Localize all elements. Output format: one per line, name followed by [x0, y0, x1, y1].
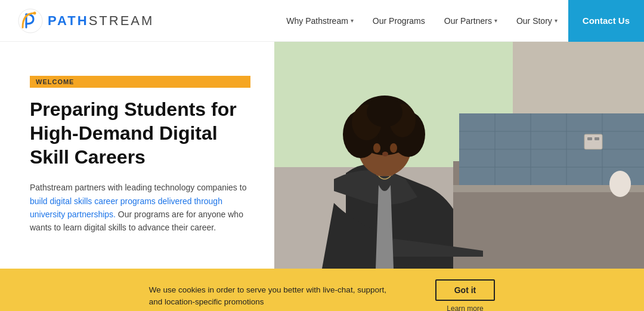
got-it-button[interactable]: Got it	[435, 279, 496, 301]
cookie-banner: We use cookies in order to serve you bet…	[0, 269, 644, 311]
nav-item-why-pathstream[interactable]: Why Pathstream ▾	[278, 11, 361, 30]
hero-description: Pathstream partners with leading technol…	[30, 181, 250, 235]
logo[interactable]: PATHSTREAM	[18, 8, 154, 33]
cookie-actions: Got it Learn more	[435, 279, 496, 311]
logo-text: PATHSTREAM	[48, 13, 154, 29]
svg-point-30	[382, 152, 388, 156]
svg-point-19	[609, 171, 631, 197]
chevron-down-icon: ▾	[555, 17, 558, 24]
hero-desc-link[interactable]: build digital skills career programs del…	[30, 196, 222, 219]
nav-item-our-partners[interactable]: Our Partners ▾	[436, 11, 506, 30]
contact-us-button[interactable]: Contact Us	[568, 0, 644, 42]
learn-more-link[interactable]: Learn more	[447, 304, 483, 311]
welcome-badge: WELCOME	[30, 76, 250, 88]
chevron-down-icon: ▾	[494, 17, 497, 24]
header: PATHSTREAM Why Pathstream ▾ Our Programs…	[0, 0, 644, 42]
svg-point-27	[367, 97, 402, 127]
hero-image	[274, 42, 644, 269]
svg-point-29	[390, 143, 397, 153]
svg-point-0	[18, 9, 42, 33]
svg-rect-17	[595, 137, 599, 140]
pathstream-logo-icon	[18, 8, 43, 33]
main-nav: Why Pathstream ▾ Our Programs Our Partne…	[278, 0, 626, 42]
hero-section: WELCOME Preparing Students for High-Dema…	[0, 42, 644, 269]
svg-point-28	[373, 143, 380, 153]
hero-woman-image	[274, 42, 644, 269]
svg-rect-15	[584, 134, 602, 149]
cookie-message: We use cookies in order to serve you bet…	[149, 284, 400, 309]
hero-title: Preparing Students for High-Demand Digit…	[30, 97, 250, 169]
nav-item-our-programs[interactable]: Our Programs	[364, 11, 434, 30]
nav-item-our-story[interactable]: Our Story ▾	[508, 11, 566, 30]
chevron-down-icon: ▾	[351, 17, 354, 24]
svg-rect-16	[587, 137, 592, 140]
hero-content: WELCOME Preparing Students for High-Dema…	[0, 42, 274, 269]
svg-point-1	[33, 11, 36, 14]
